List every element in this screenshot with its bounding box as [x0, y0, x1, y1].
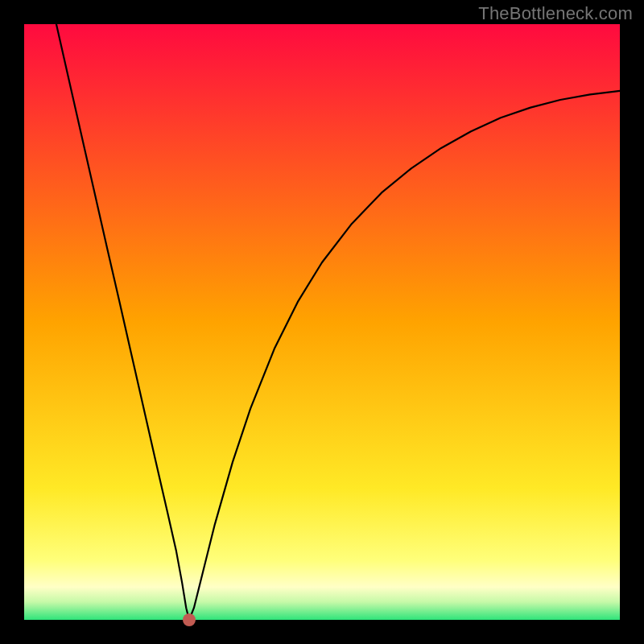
watermark-text: TheBottleneck.com [478, 3, 633, 24]
chart-frame: TheBottleneck.com [0, 0, 644, 644]
minimum-marker [183, 613, 196, 626]
plot-background [24, 24, 620, 620]
chart-svg [0, 0, 644, 644]
